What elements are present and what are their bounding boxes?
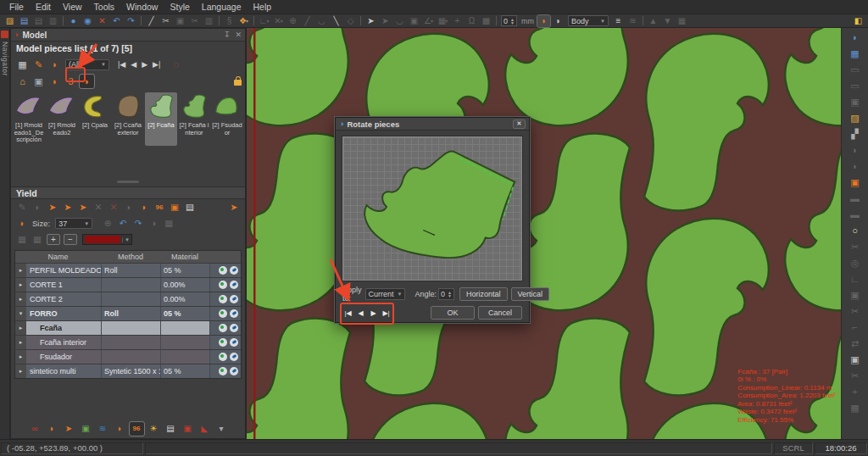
menu-help[interactable]: Help bbox=[248, 1, 278, 13]
row-expander[interactable]: ▸ bbox=[15, 336, 26, 349]
nest-panel-icon[interactable]: ▣ bbox=[848, 175, 863, 190]
size-settings-icon[interactable]: ⊕ bbox=[101, 217, 114, 230]
square-view-icon[interactable]: ▣ bbox=[848, 353, 863, 367]
table-row[interactable]: ▸CORTE 10.00% bbox=[15, 277, 241, 292]
menu-edit[interactable]: Edit bbox=[30, 1, 57, 13]
paint-icon[interactable] bbox=[230, 324, 238, 332]
spinner-arrows[interactable]: ▲▼ bbox=[448, 291, 452, 298]
lightbulb-icon[interactable]: ○ bbox=[848, 224, 863, 238]
paint-icon[interactable] bbox=[230, 266, 238, 275]
bracket-icon[interactable]: ⌐ bbox=[848, 320, 863, 335]
piece-flat2-icon[interactable]: ▭ bbox=[848, 79, 863, 93]
piece-yield-icon[interactable]: ◗ bbox=[31, 201, 44, 214]
cancel-button[interactable]: Cancel bbox=[478, 306, 522, 320]
remove-material-icon[interactable]: ▦ bbox=[31, 233, 44, 246]
nest-fast-icon[interactable]: ➤ bbox=[61, 201, 75, 214]
dialog-titlebar[interactable]: ◑ Rotate pieces ✕ bbox=[336, 118, 529, 131]
group-add-icon[interactable]: ▦ bbox=[676, 15, 688, 27]
nest-auto-icon[interactable]: ➤ bbox=[46, 201, 59, 214]
export-piece-icon[interactable]: ▲ bbox=[647, 15, 659, 27]
row-expander[interactable]: ▸ bbox=[15, 364, 26, 378]
shoe-tool-icon[interactable]: ◗ bbox=[552, 15, 565, 27]
stop-nest-icon[interactable]: ✕ bbox=[92, 201, 105, 214]
add-size-icon[interactable]: ▦ bbox=[162, 217, 175, 230]
piece-flat-icon[interactable]: ▭ bbox=[848, 63, 863, 77]
flip-size-icon[interactable]: ◑ bbox=[147, 217, 160, 230]
row-expander[interactable]: ▸ bbox=[15, 321, 26, 335]
column-header-material[interactable]: Material bbox=[160, 253, 209, 261]
visibility-icon[interactable] bbox=[219, 353, 227, 361]
visibility-icon[interactable] bbox=[219, 338, 227, 347]
mirror-piece-icon[interactable]: 3 bbox=[64, 75, 78, 88]
knife-icon[interactable]: ╱ bbox=[145, 15, 158, 27]
piece-sel-icon[interactable]: ▣ bbox=[848, 95, 863, 109]
paint-icon[interactable] bbox=[230, 295, 238, 303]
lock-tool-icon[interactable]: ▣ bbox=[408, 15, 420, 27]
table-row[interactable]: ▾FORRORoll05 % bbox=[15, 306, 241, 320]
ok-button[interactable]: OK bbox=[431, 306, 475, 320]
grid-view-icon[interactable]: ▦ bbox=[15, 58, 30, 71]
layer-stack-icon[interactable]: ≋ bbox=[626, 15, 639, 27]
flat-a-icon[interactable]: ▬ bbox=[848, 192, 863, 206]
body-select[interactable]: Body ▼ bbox=[568, 15, 609, 26]
select-tool-icon[interactable]: ➤ bbox=[364, 15, 377, 27]
pair-view-icon[interactable]: 96 bbox=[130, 422, 144, 436]
home-piece-icon[interactable]: ⌂ bbox=[15, 75, 30, 88]
zoom-icon[interactable]: ◉ bbox=[81, 15, 94, 27]
angle-tool-icon[interactable]: ∠▾ bbox=[422, 15, 435, 27]
first-piece-button[interactable]: |◀ bbox=[115, 59, 128, 70]
shoe-view-icon[interactable]: ◗ bbox=[45, 422, 59, 436]
piece-thumbnail-7[interactable]: [2] Fsudador bbox=[211, 92, 243, 146]
remove-button[interactable]: − bbox=[64, 234, 77, 245]
intersect-tool-icon[interactable]: ✕▾ bbox=[272, 15, 285, 27]
first-piece-button[interactable]: |◀ bbox=[342, 307, 353, 320]
panel-splitter[interactable] bbox=[11, 176, 245, 186]
prev-piece-button[interactable]: ◀ bbox=[128, 59, 139, 70]
edit-piece-icon[interactable]: ✎ bbox=[31, 58, 46, 71]
menu-tools[interactable]: Tools bbox=[88, 1, 121, 13]
sole-piece-icon[interactable]: ◗ bbox=[47, 75, 62, 88]
day-view-icon[interactable]: ☀ bbox=[147, 422, 161, 436]
print-icon[interactable]: ▥ bbox=[47, 15, 59, 27]
grid-board-icon[interactable]: ▦ bbox=[848, 47, 863, 61]
table-row[interactable]: ▸CORTE 20.00% bbox=[15, 292, 241, 306]
table-row[interactable]: ▸sintetico multiSyntetic 1500 x 1000 mm0… bbox=[15, 364, 241, 378]
visibility-icon[interactable] bbox=[219, 367, 227, 375]
bind-pieces-icon[interactable]: ∞ bbox=[28, 422, 42, 436]
row-expander[interactable]: ▸ bbox=[15, 292, 26, 306]
outline-a-icon[interactable]: ◗ bbox=[848, 143, 863, 158]
angle-spinner[interactable]: 0 ▲▼ bbox=[438, 288, 454, 300]
pin-tool-icon[interactable]: ❖▾ bbox=[237, 15, 250, 27]
visibility-icon[interactable] bbox=[219, 324, 227, 332]
link-tool-icon[interactable]: ◇ bbox=[344, 15, 357, 27]
rotate-tool-icon[interactable]: Ω bbox=[465, 15, 478, 27]
piece-thumbnail-3[interactable]: [2] Cpala bbox=[79, 92, 111, 146]
arc-tool-icon[interactable]: ◡ bbox=[315, 15, 328, 27]
pen-tool-icon[interactable]: ╲ bbox=[330, 15, 342, 27]
center-tool-icon[interactable]: ⊕ bbox=[287, 15, 299, 27]
more-tools-icon[interactable]: ▾ bbox=[214, 422, 229, 436]
rotate-right-size-icon[interactable]: ↷ bbox=[131, 217, 145, 230]
visibility-icon[interactable] bbox=[219, 295, 227, 303]
locate-piece-icon[interactable]: ◌ bbox=[169, 58, 183, 71]
piece-filter-select[interactable]: (All) ▼ bbox=[65, 59, 109, 70]
save-icon[interactable]: ▤ bbox=[18, 15, 31, 27]
paint-icon[interactable] bbox=[230, 309, 238, 318]
pin-icon[interactable]: ↧ bbox=[224, 31, 231, 39]
cut-b-icon[interactable]: ✂ bbox=[848, 304, 863, 319]
piece-run-icon[interactable]: ➤ bbox=[62, 422, 76, 436]
value-spinner[interactable]: 0 ▲▼ bbox=[501, 15, 517, 26]
add-item-icon[interactable]: + bbox=[848, 385, 863, 399]
last-piece-button[interactable]: ▶| bbox=[150, 59, 163, 70]
menu-file[interactable]: File bbox=[3, 1, 30, 13]
material-color-select[interactable]: ▼ bbox=[82, 234, 132, 245]
shoe-detail-icon[interactable]: ◗ bbox=[113, 422, 127, 436]
piece-out-icon[interactable]: ◗ bbox=[122, 201, 136, 214]
sphere-view-icon[interactable]: ● bbox=[67, 15, 80, 27]
spinner-arrows[interactable]: ▲▼ bbox=[510, 18, 515, 25]
piece-in-icon[interactable]: ◗ bbox=[137, 201, 151, 214]
size-shoe-icon[interactable]: ◗ bbox=[15, 217, 29, 230]
rotate-left-size-icon[interactable]: ↶ bbox=[116, 217, 130, 230]
menu-window[interactable]: Window bbox=[120, 1, 164, 13]
scissors-icon[interactable]: ✂ bbox=[159, 15, 172, 27]
